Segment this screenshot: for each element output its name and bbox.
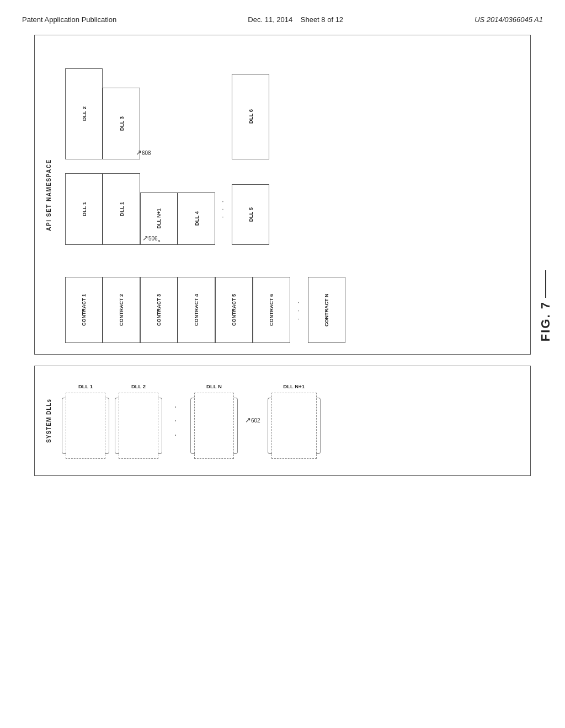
ref-608: ↗608 bbox=[136, 148, 151, 157]
fig-number: FIG. 7 bbox=[539, 301, 553, 341]
contract2-box: CONTRACT 2 bbox=[103, 277, 140, 343]
fig-label: FIG. 7 bbox=[539, 270, 553, 341]
publication-label: Patent Application Publication bbox=[22, 15, 116, 24]
dll6-top-box: DLL 6 bbox=[232, 74, 269, 159]
system-dlls-label: SYSTEM DLLs bbox=[46, 399, 52, 443]
system-dllNp1: DLL N+1 bbox=[269, 383, 319, 459]
system-dlls-dots: ··· bbox=[169, 400, 183, 442]
api-namespace-label: API SET NAMESPACE bbox=[46, 159, 52, 231]
bottom-diagram: SYSTEM DLLs DLL 1 DLL 2 bbox=[34, 366, 531, 476]
contractN-box: CONTRACT N bbox=[308, 277, 345, 343]
contract6-box: CONTRACT 6 bbox=[253, 277, 290, 343]
system-dllN: DLL N bbox=[192, 383, 236, 459]
page-header: Patent Application Publication Dec. 11, … bbox=[0, 0, 565, 29]
contract3-box: CONTRACT 3 bbox=[140, 277, 178, 343]
contract4-box: CONTRACT 4 bbox=[178, 277, 215, 343]
dll2-top-box: DLL 2 bbox=[65, 68, 103, 159]
ref-602: ↗602 bbox=[245, 416, 260, 424]
sheet-number: Sheet 8 of 12 bbox=[301, 15, 343, 24]
ref-506: ↗506a bbox=[142, 235, 160, 242]
contract5-box: CONTRACT 5 bbox=[215, 277, 253, 343]
dll1b-mid-box: DLL 1 bbox=[103, 173, 140, 245]
publication-date: Dec. 11, 2014 bbox=[248, 15, 292, 24]
dll5-mid-box: DLL 5 bbox=[232, 184, 269, 245]
contract1-box: CONTRACT 1 bbox=[65, 277, 103, 343]
contracts-dots: ··· bbox=[290, 277, 308, 343]
dll3-top-box: DLL 3 bbox=[103, 88, 140, 159]
dll1a-mid-box: DLL 1 bbox=[65, 173, 103, 245]
system-dll2: DLL 2 bbox=[116, 383, 161, 459]
header-right: US 2014/0366045 A1 bbox=[475, 15, 543, 24]
patent-number: US 2014/0366045 A1 bbox=[475, 15, 543, 24]
top-diagram: API SET NAMESPACE DLL 2 DLL 3 ↗608 bbox=[34, 35, 531, 355]
header-left: Patent Application Publication bbox=[22, 15, 116, 24]
main-content: API SET NAMESPACE DLL 2 DLL 3 ↗608 bbox=[0, 29, 565, 487]
system-dll1: DLL 1 bbox=[63, 383, 108, 459]
dll4-mid-box: DLL 4 bbox=[178, 192, 215, 245]
header-center: Dec. 11, 2014 Sheet 8 of 12 bbox=[248, 15, 343, 24]
